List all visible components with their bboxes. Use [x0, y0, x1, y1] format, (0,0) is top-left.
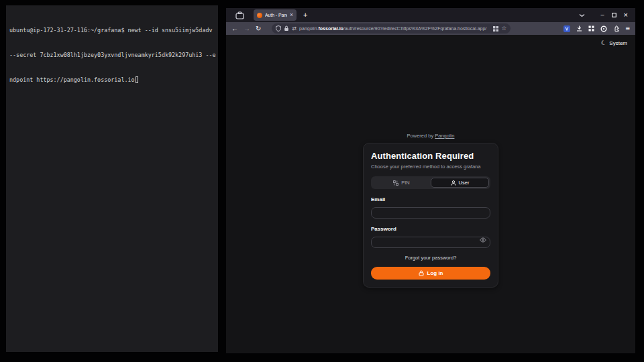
extensions-puzzle-icon[interactable] — [613, 25, 620, 32]
terminal-line: ubuntu@ip-172-31-27-116:~/grafana$ newt … — [9, 26, 216, 34]
browser-tab-bar: Auth - Pangolin × + – × — [226, 8, 635, 22]
card-subtitle: Choose your preferred method to access g… — [371, 164, 490, 170]
tab-title: Auth - Pangolin — [265, 13, 287, 17]
window-controls: – × — [601, 11, 629, 19]
login-button[interactable]: Log in — [371, 267, 490, 280]
downloads-icon[interactable] — [576, 25, 582, 32]
lock-icon[interactable] — [284, 25, 289, 32]
toolbar-right-icons: ≡ — [564, 25, 630, 32]
tab-close-icon[interactable]: × — [290, 12, 293, 18]
email-label: Email — [371, 196, 490, 202]
password-label: Password — [371, 226, 490, 232]
swap-arrows-icon[interactable]: ⇄ — [292, 25, 297, 32]
url-subdomain: pangolin. — [299, 26, 318, 31]
powered-by-text: Powered by — [407, 133, 434, 139]
terminal-window[interactable]: ubuntu@ip-172-31-27-116:~/grafana$ newt … — [6, 5, 218, 352]
url-path: /auth/resource/90?redirect=https%3A%2F%2… — [343, 26, 486, 31]
firefox-view-icon[interactable] — [234, 11, 245, 20]
terminal-cursor — [136, 76, 139, 83]
pangolin-favicon-icon — [257, 13, 262, 18]
close-window-button[interactable]: × — [624, 11, 628, 19]
binary-pin-icon — [393, 180, 398, 186]
forward-icon[interactable]: → — [244, 25, 250, 32]
lock-icon — [419, 270, 424, 276]
theme-toggle-button[interactable]: ☾ System — [601, 40, 627, 46]
url-bar[interactable]: ⇄ pangolin.fossorial.io/auth/resource/90… — [272, 23, 511, 34]
desktop: ubuntu@ip-172-31-27-116:~/grafana$ newt … — [0, 0, 644, 362]
card-title: Authentication Required — [371, 151, 490, 161]
tab-user-label: User — [459, 180, 470, 186]
password-input-wrap — [371, 235, 490, 248]
bookmark-star-icon[interactable]: ☆ — [501, 25, 506, 32]
pangolin-link[interactable]: Pangolin — [435, 133, 454, 139]
user-icon — [451, 180, 456, 186]
containers-grid-icon[interactable] — [493, 26, 498, 32]
terminal-line: ndpoint https://pangolin.fossorial.io — [9, 76, 216, 84]
theme-toggle-label: System — [609, 40, 627, 46]
apps-grid-icon[interactable] — [588, 25, 594, 32]
powered-by: Powered by Pangolin — [407, 133, 455, 139]
page-content: ☾ System Powered by Pangolin Authenticat… — [226, 35, 635, 353]
url-domain: fossorial.io — [319, 26, 343, 31]
blue-extension-icon[interactable] — [564, 25, 570, 32]
tab-user[interactable]: User — [431, 178, 489, 188]
browser-tab[interactable]: Auth - Pangolin × — [254, 9, 297, 21]
terminal-line-text: ndpoint https://pangolin.fossorial.io — [9, 76, 135, 83]
shield-icon[interactable] — [276, 25, 281, 32]
new-tab-button[interactable]: + — [303, 11, 307, 19]
reload-icon[interactable]: ↻ — [256, 25, 261, 32]
maximize-button[interactable] — [612, 13, 616, 17]
menu-hamburger-icon[interactable]: ≡ — [626, 25, 630, 32]
auth-section: Powered by Pangolin Authentication Requi… — [226, 133, 635, 288]
tab-pin-label: PIN — [401, 180, 410, 186]
email-field[interactable] — [371, 207, 490, 219]
browser-nav-bar: ← → ↻ ⇄ pangolin.fossorial.io/auth/resou… — [226, 22, 635, 35]
moon-icon: ☾ — [600, 40, 607, 47]
browser-window: Auth - Pangolin × + – × ← → ↻ — [226, 8, 635, 353]
url-text: pangolin.fossorial.io/auth/resource/90?r… — [299, 26, 490, 31]
terminal-line: --secret 7cbz1xw08lh1jbzey03yxvndljvneam… — [9, 51, 216, 59]
back-icon[interactable]: ← — [231, 25, 238, 32]
auth-card: Authentication Required Choose your pref… — [363, 143, 498, 288]
show-password-eye-icon[interactable] — [480, 237, 486, 243]
forgot-password-link[interactable]: Forgot your password? — [371, 255, 490, 261]
ublock-circle-icon[interactable] — [600, 25, 607, 32]
tab-pin[interactable]: PIN — [372, 178, 431, 188]
auth-method-tabs: PIN User — [371, 176, 490, 189]
email-input-wrap — [371, 205, 490, 219]
list-tabs-chevron-icon[interactable] — [579, 13, 585, 17]
minimize-button[interactable]: – — [601, 12, 604, 18]
password-field[interactable] — [371, 237, 490, 248]
login-button-label: Log in — [427, 270, 443, 276]
